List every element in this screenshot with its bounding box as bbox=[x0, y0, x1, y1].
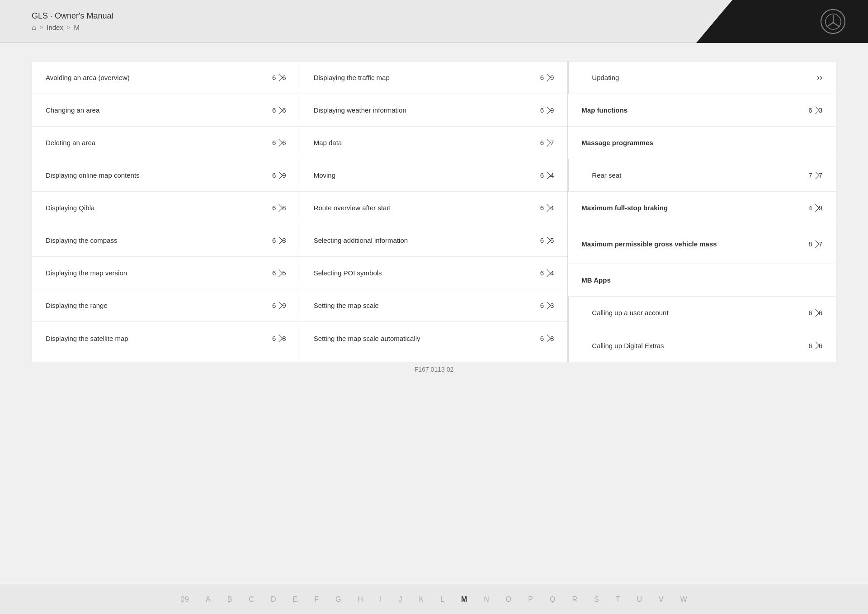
alphabet-nav: 09ABCDEFGHIJKLMNOPQRSTUVW bbox=[0, 585, 868, 614]
home-icon[interactable]: ⌂ bbox=[32, 24, 36, 32]
main-content: Avoiding an area (overview) 66 Changing … bbox=[0, 43, 868, 423]
alpha-nav-item-q[interactable]: Q bbox=[542, 585, 564, 614]
list-item: Displaying online map contents 69 bbox=[32, 159, 300, 192]
header: GLS · Owner's Manual ⌂ > Index > M bbox=[0, 0, 868, 43]
list-item: Map data 67 bbox=[300, 127, 568, 159]
list-item: Selecting additional information 65 bbox=[300, 224, 568, 257]
list-item: Selecting POI symbols 64 bbox=[300, 257, 568, 289]
list-item: Displaying the range 69 bbox=[32, 289, 300, 322]
alpha-nav-item-c[interactable]: C bbox=[241, 585, 263, 614]
list-item: Changing an area 66 bbox=[32, 94, 300, 127]
mercedes-logo bbox=[821, 9, 845, 34]
list-item: Calling up a user account 66 bbox=[568, 297, 836, 329]
alpha-nav-item-09[interactable]: 09 bbox=[172, 585, 198, 614]
alpha-nav-item-i[interactable]: I bbox=[372, 585, 390, 614]
list-item: Deleting an area 66 bbox=[32, 127, 300, 159]
index-table: Avoiding an area (overview) 66 Changing … bbox=[32, 61, 836, 362]
alpha-nav-item-n[interactable]: N bbox=[476, 585, 498, 614]
list-item: Displaying the compass 68 bbox=[32, 224, 300, 257]
logo-area bbox=[696, 0, 868, 43]
alpha-nav-item-k[interactable]: K bbox=[410, 585, 432, 614]
alpha-nav-item-d[interactable]: D bbox=[263, 585, 285, 614]
alpha-nav-item-v[interactable]: V bbox=[651, 585, 672, 614]
svg-point-4 bbox=[832, 22, 834, 24]
alpha-nav-item-f[interactable]: F bbox=[306, 585, 327, 614]
list-item: MB Apps bbox=[568, 264, 836, 297]
alpha-nav-item-p[interactable]: P bbox=[520, 585, 542, 614]
alpha-nav-item-e[interactable]: E bbox=[284, 585, 306, 614]
alpha-nav-item-r[interactable]: R bbox=[564, 585, 586, 614]
breadcrumb: ⌂ > Index > M bbox=[32, 24, 113, 32]
list-item: Maximum full-stop braking 49 bbox=[568, 192, 836, 224]
list-item: Updating ›› bbox=[568, 61, 836, 94]
alpha-nav-item-o[interactable]: O bbox=[498, 585, 520, 614]
svg-line-2 bbox=[826, 22, 833, 27]
alpha-nav-item-t[interactable]: T bbox=[608, 585, 629, 614]
header-title-section: GLS · Owner's Manual ⌂ > Index > M bbox=[32, 11, 113, 32]
list-item: Map functions 63 bbox=[568, 94, 836, 127]
alpha-nav-item-j[interactable]: J bbox=[390, 585, 410, 614]
alpha-nav-item-l[interactable]: L bbox=[432, 585, 453, 614]
breadcrumb-index[interactable]: Index bbox=[47, 24, 63, 31]
alpha-nav-item-h[interactable]: H bbox=[349, 585, 372, 614]
column-2: Displaying the traffic map 69 Displaying… bbox=[300, 61, 568, 362]
alpha-nav-item-g[interactable]: G bbox=[327, 585, 349, 614]
list-item: Displaying the satellite map 68 bbox=[32, 322, 300, 354]
column-3: Updating ›› Map functions 63 Massage pro… bbox=[568, 61, 836, 362]
list-item: Moving 64 bbox=[300, 159, 568, 192]
alpha-nav-item-m[interactable]: M bbox=[453, 585, 476, 614]
breadcrumb-current: M bbox=[74, 24, 80, 31]
list-item: Massage programmes bbox=[568, 127, 836, 159]
list-item: Route overview after start 64 bbox=[300, 192, 568, 224]
svg-line-3 bbox=[833, 22, 840, 27]
list-item: Setting the map scale automatically 68 bbox=[300, 322, 568, 354]
list-item: Avoiding an area (overview) 66 bbox=[32, 61, 300, 94]
alpha-nav-item-a[interactable]: A bbox=[198, 585, 219, 614]
list-item: Calling up Digital Extras 66 bbox=[568, 329, 836, 362]
column-1: Avoiding an area (overview) 66 Changing … bbox=[32, 61, 300, 362]
breadcrumb-sep2: > bbox=[67, 24, 71, 31]
list-item: Displaying the map version 65 bbox=[32, 257, 300, 289]
breadcrumb-sep1: > bbox=[40, 24, 43, 31]
alpha-nav-item-b[interactable]: B bbox=[219, 585, 241, 614]
list-item: Displaying Qibla 68 bbox=[32, 192, 300, 224]
list-item: Maximum permissible gross vehicle mass 8… bbox=[568, 224, 836, 264]
alpha-nav-item-w[interactable]: W bbox=[672, 585, 696, 614]
alpha-nav-item-s[interactable]: S bbox=[586, 585, 608, 614]
list-item: Setting the map scale 63 bbox=[300, 289, 568, 322]
list-item: Rear seat 77 bbox=[568, 159, 836, 192]
list-item: Displaying the traffic map 69 bbox=[300, 61, 568, 94]
footer-code: F167 0113 02 bbox=[32, 362, 836, 405]
document-title: GLS · Owner's Manual bbox=[32, 11, 113, 21]
list-item: Displaying weather information 69 bbox=[300, 94, 568, 127]
alpha-nav-item-u[interactable]: U bbox=[628, 585, 651, 614]
